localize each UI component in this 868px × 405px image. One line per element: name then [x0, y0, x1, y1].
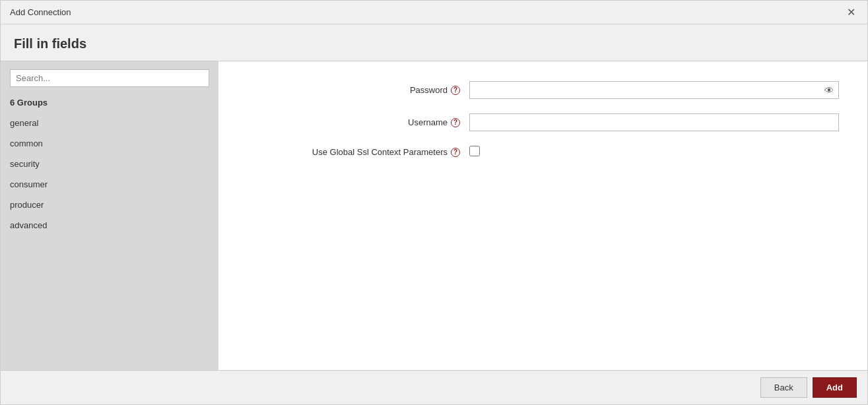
search-wrapper	[1, 61, 218, 94]
dialog-header: Add Connection ✕	[1, 1, 867, 24]
groups-label: 6 Groups	[1, 94, 218, 113]
sidebar-item-consumer[interactable]: consumer	[1, 174, 218, 195]
username-info-icon[interactable]: ?	[451, 118, 460, 127]
sidebar-item-advanced[interactable]: advanced	[1, 215, 218, 235]
sidebar: 6 Groups general common security consume…	[1, 61, 218, 370]
username-label: Username ?	[245, 117, 469, 127]
add-connection-dialog: Add Connection ✕ Fill in fields 6 Groups…	[0, 0, 868, 405]
dialog-title: Add Connection	[10, 7, 71, 17]
back-button[interactable]: Back	[760, 377, 807, 398]
sidebar-item-general[interactable]: general	[1, 113, 218, 133]
close-button[interactable]: ✕	[844, 6, 858, 19]
password-label: Password ?	[245, 85, 469, 95]
password-control: 👁	[469, 81, 839, 99]
dialog-body: Fill in fields 6 Groups general common s…	[1, 24, 867, 370]
username-input[interactable]	[469, 113, 839, 131]
search-input[interactable]	[10, 69, 209, 87]
sidebar-item-producer[interactable]: producer	[1, 195, 218, 215]
password-info-icon[interactable]: ?	[451, 86, 460, 95]
ssl-row: Use Global Ssl Context Parameters ?	[245, 146, 841, 158]
ssl-info-icon[interactable]: ?	[451, 148, 460, 157]
password-row: Password ? 👁	[245, 81, 841, 99]
page-heading: Fill in fields	[1, 24, 867, 61]
sidebar-item-common[interactable]: common	[1, 133, 218, 154]
ssl-checkbox[interactable]	[469, 146, 480, 156]
ssl-control	[469, 146, 839, 158]
sidebar-item-security[interactable]: security	[1, 154, 218, 174]
ssl-label: Use Global Ssl Context Parameters ?	[245, 147, 469, 157]
username-control	[469, 113, 839, 131]
eye-icon[interactable]: 👁	[824, 85, 834, 96]
username-row: Username ?	[245, 113, 841, 131]
password-wrapper: 👁	[469, 81, 839, 99]
main-panel: Password ? 👁 Username ?	[218, 61, 867, 370]
password-input[interactable]	[469, 81, 839, 99]
content-area: 6 Groups general common security consume…	[1, 61, 867, 370]
add-button[interactable]: Add	[813, 377, 857, 398]
dialog-footer: Back Add	[1, 370, 867, 404]
